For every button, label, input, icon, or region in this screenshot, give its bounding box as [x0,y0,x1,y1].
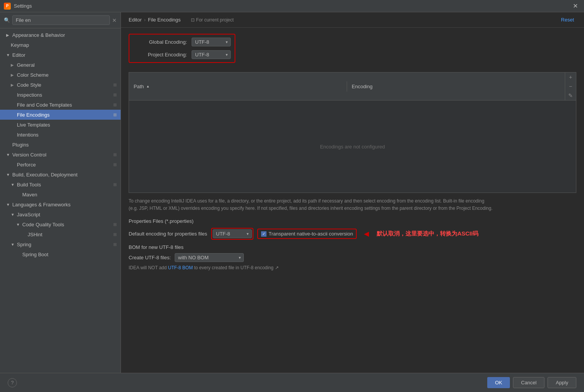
sidebar-item-inspections[interactable]: ▶ Inspections ⊞ [0,90,121,100]
search-clear-icon[interactable]: ✕ [112,17,117,23]
copy-icon: ⊞ [113,222,117,227]
copy-icon: ⊞ [113,82,117,87]
reset-button[interactable]: Reset [559,16,576,23]
project-encoding-select-wrapper: UTF-8 UTF-16 ISO-8859-1 [192,50,231,59]
copy-icon: ⊞ [113,232,117,237]
chevron-right-icon: ▶ [11,83,15,87]
annotation-text: 默认取消，这里要选中，转换为ASCII码 [377,230,478,237]
transparent-label: Transparent native-to-ascii conversion [269,231,353,237]
titlebar: P Settings ✕ [0,0,584,12]
table-header: Path ▲ Encoding + − ✎ [129,72,576,100]
sidebar-item-versioncontrol[interactable]: ▼ Version Control ⊞ [0,150,121,160]
table-actions: + − ✎ [565,72,576,100]
sidebar-item-keymap[interactable]: Keymap [0,40,121,50]
sidebar-item-jshint[interactable]: ▶ JSHint ⊞ [0,229,121,239]
encoding-section-box: Global Encoding: UTF-8 UTF-16 ISO-8859-1… [129,34,235,63]
properties-section-title: Properties Files (*.properties) [129,218,576,224]
project-encoding-label: Project Encoding: [133,52,187,58]
window-title: Settings [14,3,32,9]
project-icon: ⊡ [191,17,195,23]
sidebar-item-springboot[interactable]: ▶ Spring Boot [0,249,121,259]
content-body: Global Encoding: UTF-8 UTF-16 ISO-8859-1… [121,28,584,373]
content-area: Editor › File Encodings ⊡ For current pr… [121,12,584,373]
sidebar-item-buildtools[interactable]: ▼ Build Tools ⊞ [0,180,121,189]
path-column-header: Path ▲ [129,81,347,92]
default-encoding-label: Default encoding for properties files [129,231,207,237]
copy-icon: ⊞ [113,112,117,117]
sidebar-item-fileencodings[interactable]: ▶ File Encodings ⊞ [0,110,121,120]
sidebar: 🔍 ✕ ▶ Appearance & Behavior Keymap ▼ Edi… [0,12,121,373]
breadcrumb-separator: › [144,17,146,23]
global-encoding-label: Global Encoding: [133,39,187,45]
help-button[interactable]: ? [8,378,17,387]
add-row-button[interactable]: + [565,72,576,82]
close-button[interactable]: ✕ [571,2,580,10]
chevron-right-icon: ▶ [11,73,15,77]
sidebar-item-appearance[interactable]: ▶ Appearance & Behavior [0,30,121,40]
sidebar-item-maven[interactable]: ▶ Maven [0,189,121,199]
chevron-right-icon: ▶ [6,33,10,37]
sidebar-item-livetemplates[interactable]: ▶ Live Templates [0,120,121,130]
default-encoding-select[interactable]: UTF-8 UTF-16 ISO-8859-1 [213,229,252,238]
copy-icon: ⊞ [113,152,117,157]
sidebar-item-colorscheme[interactable]: ▶ Color Scheme [0,70,121,80]
search-input[interactable] [12,15,110,25]
copy-icon: ⊞ [113,182,117,187]
search-icon: 🔍 [4,17,10,23]
sidebar-item-perforce[interactable]: ▶ Perforce ⊞ [0,160,121,170]
bom-section: BOM for new UTF-8 files Create UTF-8 fil… [129,244,576,270]
chevron-down-icon: ▼ [11,183,15,187]
cancel-button[interactable]: Cancel [513,377,544,388]
breadcrumb: Editor › File Encodings ⊡ For current pr… [129,17,234,23]
empty-message: Encodings are not configured [320,144,385,150]
for-current-project: ⊡ For current project [191,17,234,23]
global-encoding-select[interactable]: UTF-8 UTF-16 ISO-8859-1 [192,38,231,46]
chevron-down-icon: ▼ [6,53,10,57]
app-icon: P [4,3,11,10]
copy-icon: ⊞ [113,242,117,247]
global-encoding-row: Global Encoding: UTF-8 UTF-16 ISO-8859-1 [133,38,231,46]
sidebar-item-codestyle[interactable]: ▶ Code Style ⊞ [0,80,121,90]
sidebar-item-codequalitytools[interactable]: ▼ Code Quality Tools ⊞ [0,219,121,229]
project-encoding-select[interactable]: UTF-8 UTF-16 ISO-8859-1 [192,50,231,59]
chevron-right-icon: ▶ [11,63,15,67]
nav-tree: ▶ Appearance & Behavior Keymap ▼ Editor … [0,28,121,373]
create-utf8-label: Create UTF-8 files: [129,255,171,260]
titlebar-left: P Settings [4,3,32,10]
sidebar-item-general[interactable]: ▶ General [0,60,121,70]
bottom-bar: ? OK Cancel Apply [0,373,584,392]
chevron-down-icon: ▼ [11,212,15,217]
project-encoding-row: Project Encoding: UTF-8 UTF-16 ISO-8859-… [133,50,231,59]
sidebar-item-spring[interactable]: ▼ Spring ⊞ [0,239,121,249]
transparent-checkbox-box: ✓ Transparent native-to-ascii conversion [257,229,357,239]
copy-icon: ⊞ [113,92,117,97]
apply-button[interactable]: Apply [548,377,576,388]
breadcrumb-current: File Encodings [148,17,180,23]
sidebar-item-javascript[interactable]: ▼ JavaScript [0,209,121,219]
sidebar-item-intentions[interactable]: ▶ Intentions [0,130,121,140]
edit-row-button[interactable]: ✎ [565,91,576,100]
transparent-checkbox[interactable]: ✓ [261,231,266,237]
chevron-down-icon: ▼ [11,242,15,247]
default-encoding-border-box: UTF-8 UTF-16 ISO-8859-1 [211,228,253,240]
content-header: Editor › File Encodings ⊡ For current pr… [121,12,584,28]
annotation-arrow: ◄ [362,229,371,239]
sidebar-item-filecodetemplates[interactable]: ▶ File and Code Templates ⊞ [0,100,121,110]
bom-select[interactable]: with NO BOM with BOM [175,253,244,262]
bom-link[interactable]: UTF-8 BOM [168,265,193,270]
sidebar-item-editor[interactable]: ▼ Editor [0,50,121,60]
info-text: To change encoding IntelliJ IDEA uses fo… [129,198,493,212]
sort-icon: ▲ [146,84,150,88]
sidebar-item-languages[interactable]: ▼ Languages & Frameworks [0,199,121,209]
bom-select-wrapper: with NO BOM with BOM [175,253,244,262]
sidebar-item-plugins[interactable]: ▶ Plugins [0,140,121,150]
global-encoding-select-wrapper: UTF-8 UTF-16 ISO-8859-1 [192,38,231,46]
bom-section-title: BOM for new UTF-8 files [129,244,576,250]
remove-row-button[interactable]: − [565,82,576,91]
chevron-down-icon: ▼ [16,222,20,227]
main-content: 🔍 ✕ ▶ Appearance & Behavior Keymap ▼ Edi… [0,12,584,373]
sidebar-item-build[interactable]: ▼ Build, Execution, Deployment [0,170,121,180]
bom-row: Create UTF-8 files: with NO BOM with BOM [129,253,576,262]
encodings-table: Path ▲ Encoding + − ✎ Encodings are not … [129,72,576,193]
ok-button[interactable]: OK [487,377,510,388]
